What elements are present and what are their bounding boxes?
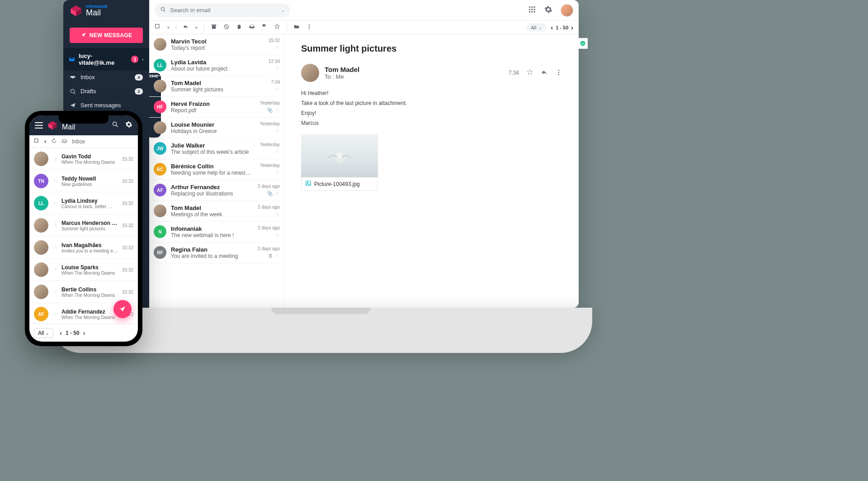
pager-next-button[interactable]: › <box>83 329 85 337</box>
more-icon[interactable] <box>555 69 562 77</box>
star-icon[interactable] <box>274 24 280 31</box>
svg-line-3 <box>74 92 75 94</box>
message-row[interactable]: Tom Madel Meetings of the week 2 days ag… <box>149 201 284 222</box>
message-row[interactable]: N Infomaniak The new webmail is here ! 2… <box>149 222 284 243</box>
star-icon[interactable]: ☆ <box>275 65 280 71</box>
account-row[interactable]: lucy-vitale@ik.me 1 › <box>63 48 149 70</box>
move-folder-icon[interactable] <box>293 24 300 31</box>
apps-icon[interactable] <box>528 5 536 15</box>
spam-icon[interactable] <box>223 24 230 31</box>
message-time: 2 days ago <box>258 184 280 189</box>
gear-icon[interactable] <box>544 5 552 15</box>
star-icon[interactable]: ☆ <box>275 190 280 196</box>
more-icon[interactable] <box>306 24 312 31</box>
sidebar-item-sent[interactable]: Sent messages <box>63 98 149 112</box>
star-icon[interactable]: ☆ <box>275 232 280 238</box>
reply-icon[interactable] <box>183 24 189 31</box>
app-logo: Infomaniak Mail <box>63 0 149 19</box>
message-time: 15:32 <box>122 267 133 272</box>
star-icon[interactable]: ☆ <box>275 169 280 176</box>
message-subject: You are invited to a meeting <box>171 253 251 259</box>
sidebar-item-inbox[interactable]: Inbox 4 <box>63 70 149 84</box>
message-subject: Today's report <box>171 45 251 51</box>
sender-avatar: LL <box>154 59 166 71</box>
pager-prev-button[interactable]: ‹ <box>60 329 62 337</box>
star-icon[interactable]: ☆ <box>275 252 280 259</box>
svg-point-30 <box>113 122 117 126</box>
phone-filter-dropdown[interactable]: All ⌄ <box>34 328 53 338</box>
phone-message-row[interactable]: TN ☆ Teddy Nowell New guidelines 15:32 <box>29 170 138 192</box>
star-icon[interactable]: ☆ <box>53 222 58 229</box>
phone-message-row[interactable]: LL ☆ Lydia Lindsey Cancun is back, bette… <box>29 192 138 214</box>
reply-icon[interactable] <box>541 69 548 77</box>
trash-icon[interactable] <box>236 24 242 31</box>
flag-icon[interactable] <box>261 24 268 31</box>
attachment[interactable]: Picture-100493.jpg <box>301 134 378 191</box>
chevron-down-icon[interactable]: ⌄ <box>281 8 285 13</box>
sidebar-item-drafts[interactable]: Drafts 2 <box>63 84 149 98</box>
phone-message-row[interactable]: ☆ Gavin Todd When The Morning Dawns 15:3… <box>29 148 138 170</box>
message-row[interactable]: LL Lydia Lavida About our future project… <box>149 55 284 76</box>
message-time: Yesterday <box>260 142 280 147</box>
attachment-icon: 📎 <box>267 107 273 113</box>
message-row[interactable]: Marvin Tecol Today's report 15:32 ☆ <box>149 34 284 55</box>
star-icon[interactable]: ☆ <box>275 148 280 155</box>
filter-dropdown[interactable]: All ⌄ <box>526 24 546 32</box>
inbox-icon <box>70 74 76 81</box>
star-icon[interactable]: ☆ <box>275 107 280 113</box>
message-time: Yesterday <box>260 100 280 105</box>
message-time: 15:32 <box>269 38 280 43</box>
search-icon[interactable] <box>112 121 119 130</box>
message-subject: The new webmail is here ! <box>171 232 251 238</box>
message-subject: About our future project <box>171 66 251 72</box>
message-row[interactable]: AF Arthur Fernandez Replacing our illust… <box>149 180 284 201</box>
star-icon[interactable]: ☆ <box>275 128 280 134</box>
message-from: Ivan Magalhães <box>61 242 118 248</box>
compose-fab[interactable] <box>113 300 132 318</box>
new-message-button[interactable]: NEW MESSAGE <box>70 28 143 43</box>
reader-time: 7:34 <box>509 70 519 76</box>
star-icon[interactable]: ☆ <box>53 267 58 273</box>
gear-icon[interactable] <box>125 121 132 130</box>
message-row[interactable]: RF Regina Falan You are invited to a mee… <box>149 243 284 263</box>
select-all-checkbox[interactable] <box>155 24 161 31</box>
pager-next-button[interactable]: › <box>571 24 573 31</box>
star-icon[interactable]: ☆ <box>275 86 280 92</box>
refresh-icon[interactable] <box>51 138 57 145</box>
svg-rect-32 <box>35 138 38 142</box>
message-time: 15:32 <box>122 179 133 184</box>
message-row[interactable]: Tom Madel Summer light pictures 7:34 ☆ <box>149 76 284 97</box>
star-icon[interactable]: ☆ <box>53 289 58 295</box>
check-badge-icon[interactable] <box>577 38 579 49</box>
archive-icon[interactable] <box>211 24 217 31</box>
hamburger-icon[interactable] <box>35 122 43 129</box>
star-icon[interactable]: ☆ <box>53 178 58 184</box>
user-avatar[interactable] <box>561 4 573 17</box>
star-icon[interactable]: ☆ <box>53 156 58 162</box>
phone-message-row[interactable]: ☆ Ivan Magalhães Invites you to a meetin… <box>29 237 138 259</box>
phone-pager-range: 1 - 50 <box>66 330 80 336</box>
phone-message-row[interactable]: ☆ Louise Sparks When The Morning Dawns 1… <box>29 259 138 281</box>
star-icon[interactable]: ☆ <box>53 311 58 317</box>
message-row[interactable]: BC Bérénice Collin Needing some help for… <box>149 159 284 180</box>
compose-icon <box>80 32 87 39</box>
message-row[interactable]: Louise Mounier Holidays in Greece Yester… <box>149 118 284 138</box>
chevron-down-icon[interactable]: ▾ <box>167 25 170 30</box>
mark-read-icon[interactable] <box>249 24 255 31</box>
reader-from: Tom Madel <box>325 66 359 73</box>
phone-message-row[interactable]: ☆ Marcus Henderson & me Summer light pic… <box>29 214 138 237</box>
star-icon[interactable]: ☆ <box>53 244 58 251</box>
select-all-checkbox[interactable] <box>34 138 40 145</box>
star-icon[interactable]: ☆ <box>53 200 58 206</box>
star-icon[interactable]: ☆ <box>275 44 280 51</box>
star-icon[interactable]: ☆ <box>275 211 280 217</box>
search-input[interactable] <box>170 7 278 14</box>
chevron-down-icon[interactable]: ▾ <box>44 139 47 144</box>
chevron-down-icon[interactable]: ▾ <box>195 25 198 30</box>
search-box[interactable]: ⌄ <box>155 4 290 17</box>
pager-prev-button[interactable]: ‹ <box>551 24 553 31</box>
message-row[interactable]: JW Julie Walker The subject of this week… <box>149 138 284 159</box>
svg-point-24 <box>558 71 560 73</box>
message-row[interactable]: HF Hervé Fraizon Report.pdf Yesterday 📎☆ <box>149 97 284 118</box>
star-icon[interactable] <box>526 69 533 77</box>
